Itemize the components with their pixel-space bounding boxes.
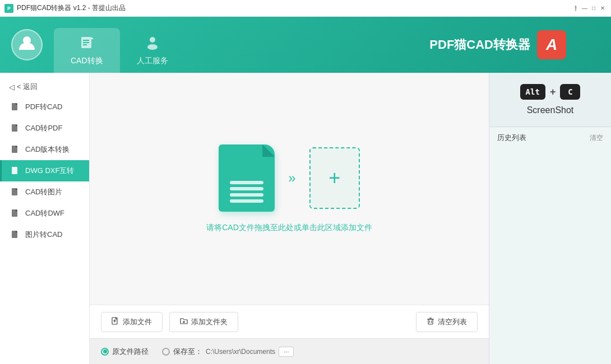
human-tab-label: 人工服务 — [137, 56, 168, 66]
save-to-radio[interactable] — [162, 348, 170, 356]
save-path-input: C:\Users\xr\Documents ··· — [206, 347, 294, 357]
title-bar-controls: — □ ✕ — [572, 4, 607, 12]
right-panel: Alt + C ScreenShot 历史列表 清空 — [489, 73, 611, 364]
svg-point-0 — [575, 6, 576, 7]
header: CAD转换 人工服务 PDF猫CAD转换器 A — [0, 17, 611, 73]
history-header: 历史列表 清空 — [489, 127, 611, 148]
history-title: 历史列表 — [497, 133, 526, 143]
svg-point-7 — [147, 44, 158, 50]
pdf-to-cad-icon — [11, 102, 21, 112]
header-title-text: PDF猫CAD转换器 — [429, 36, 530, 53]
sidebar-item-cad-to-pdf[interactable]: CAD转PDF — [0, 118, 89, 139]
app-icon: P — [4, 4, 13, 13]
human-tab-icon — [145, 35, 160, 54]
minimize-button[interactable]: — — [581, 4, 589, 12]
arrows-icon: » — [288, 170, 295, 186]
doc-lines — [230, 181, 263, 203]
clear-list-label: 清空列表 — [438, 317, 467, 327]
sidebar-item-pdf-to-cad[interactable]: PDF转CAD — [0, 96, 89, 118]
cad-tab-icon — [79, 35, 95, 54]
doc-line-3 — [230, 193, 263, 197]
add-file-label: 添加文件 — [123, 317, 152, 327]
clear-list-button[interactable]: 清空列表 — [416, 312, 478, 332]
bottom-toolbar: 添加文件 添加文件夹 — [90, 305, 489, 338]
add-file-button[interactable]: 添加文件 — [101, 312, 163, 332]
c-key-badge: C — [560, 84, 580, 100]
avatar[interactable] — [11, 29, 43, 60]
svg-point-6 — [150, 37, 155, 43]
document-icon — [219, 144, 275, 212]
sidebar-item-dwg-dxf[interactable]: DWG DXF互转 — [0, 160, 89, 181]
add-folder-button[interactable]: 添加文件夹 — [169, 312, 238, 332]
content-area: » + 请将CAD文件拖拽至此处或单击此区域添加文件 — [90, 73, 489, 364]
sidebar-item-label-version: CAD版本转换 — [25, 144, 70, 155]
cad-tab-label: CAD转换 — [71, 56, 103, 66]
header-title-area: PDF猫CAD转换器 A — [429, 30, 566, 59]
original-path-radio[interactable] — [101, 348, 109, 356]
content-wrapper: » + 请将CAD文件拖拽至此处或单击此区域添加文件 — [90, 73, 611, 364]
cad-img-icon — [11, 187, 21, 197]
header-tabs: CAD转换 人工服务 — [54, 17, 185, 73]
close-button[interactable]: ✕ — [599, 4, 607, 12]
key-plus-icon: + — [550, 86, 556, 98]
main-layout: ◁ < 返回 PDF转CAD CAD转PDF — [0, 73, 611, 364]
alt-key-badge: Alt — [520, 84, 545, 100]
sidebar-item-cad-to-img[interactable]: CAD转图片 — [0, 181, 89, 203]
plus-icon: + — [328, 166, 340, 190]
sidebar-item-label-img: CAD转图片 — [25, 187, 62, 197]
doc-line-2 — [230, 187, 263, 190]
app-title: PDF猫CAD转换器 v1.2 - 菩提山出品 — [17, 3, 126, 13]
add-folder-label: 添加文件夹 — [191, 317, 228, 327]
back-chevron: ◁ — [9, 83, 15, 91]
drop-zone-visuals: » + — [219, 144, 359, 212]
history-empty — [489, 148, 611, 364]
doc-line-4 — [230, 199, 263, 203]
svg-rect-20 — [428, 319, 433, 324]
save-bar: 原文件路径 保存至： C:\Users\xr\Documents ··· — [90, 338, 489, 364]
sidebar-item-img-to-cad[interactable]: 图片转CAD — [0, 224, 89, 245]
sidebar-item-label-pdf-cad: PDF转CAD — [25, 102, 62, 112]
doc-line-1 — [230, 181, 263, 184]
svg-rect-4 — [83, 42, 89, 43]
maximize-button[interactable]: □ — [590, 4, 598, 12]
img-cad-icon — [11, 230, 21, 240]
add-folder-icon — [180, 317, 188, 326]
browse-button[interactable]: ··· — [279, 347, 294, 357]
sidebar-item-cad-to-dwf[interactable]: CAD转DWF — [0, 203, 89, 224]
sidebar: ◁ < 返回 PDF转CAD CAD转PDF — [0, 73, 90, 364]
cad-to-pdf-icon — [11, 123, 21, 133]
svg-rect-3 — [83, 40, 89, 41]
original-path-label: 原文件路径 — [112, 347, 149, 357]
drop-target[interactable]: + — [309, 147, 360, 209]
save-to-option[interactable]: 保存至： C:\Users\xr\Documents ··· — [162, 347, 294, 357]
cad-version-icon — [11, 144, 21, 155]
screenshot-widget: Alt + C ScreenShot — [489, 73, 611, 127]
svg-rect-5 — [83, 44, 87, 45]
tab-human-service[interactable]: 人工服务 — [120, 28, 185, 73]
avatar-icon — [18, 34, 36, 56]
back-label: < 返回 — [17, 82, 38, 92]
drop-zone[interactable]: » + 请将CAD文件拖拽至此处或单击此区域添加文件 — [90, 73, 489, 305]
sidebar-back-button[interactable]: ◁ < 返回 — [0, 77, 89, 96]
sidebar-item-label-dwg: DWG DXF互转 — [25, 166, 74, 176]
original-path-option[interactable]: 原文件路径 — [101, 347, 149, 357]
header-logo: A — [537, 30, 566, 59]
trash-icon — [427, 317, 434, 326]
tab-cad-convert[interactable]: CAD转换 — [54, 28, 120, 73]
sidebar-item-label-img-cad: 图片转CAD — [25, 230, 62, 240]
sidebar-item-label-cad-pdf: CAD转PDF — [25, 123, 62, 133]
title-bar: P PDF猫CAD转换器 v1.2 - 菩提山出品 — □ ✕ — [0, 0, 611, 17]
cad-dwf-icon — [11, 208, 21, 218]
history-clear-button[interactable]: 清空 — [590, 133, 603, 143]
add-file-icon — [112, 317, 119, 326]
save-path-text: C:\Users\xr\Documents — [206, 348, 275, 356]
screenshot-label: ScreenShot — [527, 105, 574, 115]
drop-hint: 请将CAD文件拖拽至此处或单击此区域添加文件 — [206, 223, 372, 233]
dwg-dxf-icon — [11, 166, 21, 176]
shortcut-display: Alt + C — [520, 84, 581, 100]
save-to-label: 保存至： — [173, 347, 202, 357]
title-bar-left: P PDF猫CAD转换器 v1.2 - 菩提山出品 — [4, 3, 126, 13]
sidebar-item-cad-version[interactable]: CAD版本转换 — [0, 139, 89, 160]
sidebar-item-label-dwf: CAD转DWF — [25, 208, 64, 218]
pin-button[interactable] — [572, 4, 580, 12]
